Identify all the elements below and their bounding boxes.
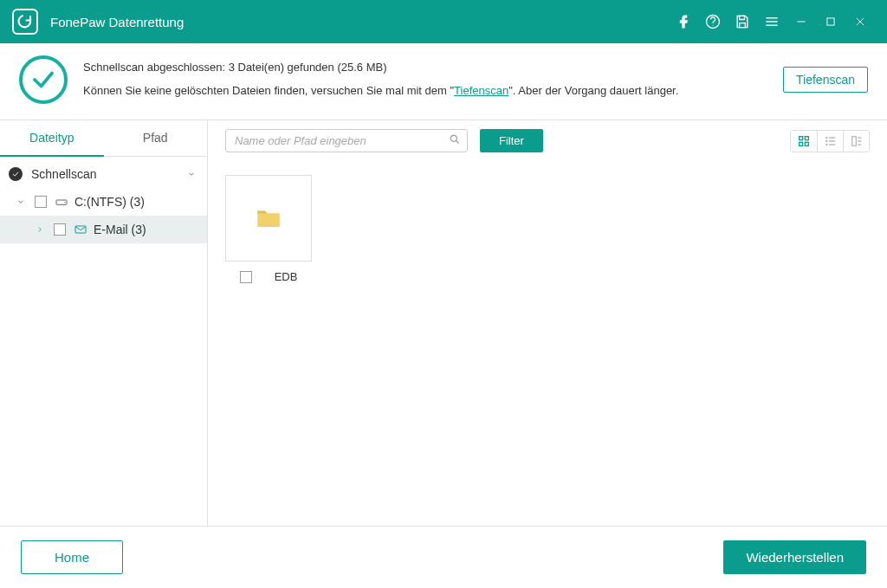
sidebar: Dateityp Pfad Schnellscan C:(NTFS) (3) — [0, 120, 208, 526]
tab-path[interactable]: Pfad — [104, 120, 208, 156]
results-grid: EDB — [208, 161, 887, 526]
filter-button[interactable]: Filter — [480, 129, 543, 152]
tree-drive-label: C:(NTFS) (3) — [74, 195, 145, 209]
help-icon[interactable] — [698, 7, 728, 36]
svg-rect-17 — [805, 142, 808, 145]
checkbox[interactable] — [35, 196, 47, 208]
svg-point-18 — [825, 137, 826, 138]
chevron-down-icon — [14, 197, 28, 206]
facebook-icon[interactable] — [669, 7, 698, 36]
tab-filetype[interactable]: Dateityp — [0, 120, 104, 157]
deepscan-link[interactable]: Tiefenscan — [454, 84, 508, 97]
app-logo — [12, 9, 38, 35]
minimize-button[interactable] — [787, 7, 816, 36]
grid-item[interactable]: EDB — [225, 175, 312, 283]
svg-rect-6 — [827, 18, 834, 25]
status-bar: Schnellscan abgeschlossen: 3 Datei(en) g… — [0, 43, 887, 120]
success-check-icon — [19, 55, 68, 104]
deepscan-button[interactable]: Tiefenscan — [783, 67, 868, 93]
view-detail-button[interactable] — [843, 131, 869, 152]
maximize-button[interactable] — [816, 7, 845, 36]
search-icon — [449, 133, 461, 149]
item-label: EDB — [275, 270, 298, 283]
svg-rect-15 — [805, 136, 808, 139]
svg-point-1 — [713, 25, 714, 26]
search-wrap — [225, 129, 468, 152]
drive-icon — [54, 195, 69, 209]
footer: Home Wiederherstellen — [0, 526, 887, 588]
svg-rect-11 — [75, 226, 86, 233]
tree: Schnellscan C:(NTFS) (3) — [0, 157, 207, 243]
email-icon — [73, 223, 88, 236]
close-button[interactable] — [845, 7, 875, 36]
status-line2: Können Sie keine gelöschten Dateien find… — [83, 81, 783, 102]
content-area: Filter — [208, 120, 887, 526]
status-line1: Schnellscan abgeschlossen: 3 Datei(en) g… — [83, 57, 783, 79]
search-input[interactable] — [225, 129, 468, 152]
tree-email[interactable]: E-Mail (3) — [0, 216, 207, 243]
recover-button[interactable]: Wiederherstellen — [723, 540, 866, 574]
tree-drive-c[interactable]: C:(NTFS) (3) — [0, 188, 207, 216]
checkbox[interactable] — [54, 223, 66, 236]
titlebar: FonePaw Datenrettung — [0, 0, 887, 43]
view-list-button[interactable] — [817, 131, 843, 152]
app-title: FonePaw Datenrettung — [50, 15, 184, 29]
folder-thumbnail — [225, 175, 312, 262]
item-checkbox[interactable] — [240, 271, 252, 283]
sidebar-tabs: Dateityp Pfad — [0, 120, 207, 157]
content-toolbar: Filter — [208, 120, 887, 161]
svg-point-12 — [450, 135, 456, 141]
view-grid-button[interactable] — [791, 131, 817, 152]
chevron-down-icon — [185, 170, 198, 178]
chevron-right-icon — [33, 225, 47, 234]
check-dot-icon — [9, 167, 23, 181]
svg-point-22 — [825, 144, 826, 145]
svg-rect-14 — [800, 136, 803, 139]
tree-root-quickscan[interactable]: Schnellscan — [0, 160, 207, 188]
home-button[interactable]: Home — [21, 540, 123, 574]
svg-line-13 — [456, 140, 459, 143]
svg-point-20 — [825, 140, 826, 141]
svg-rect-24 — [851, 136, 856, 145]
save-icon[interactable] — [728, 7, 757, 36]
tree-root-label: Schnellscan — [31, 167, 185, 181]
main-area: Dateityp Pfad Schnellscan C:(NTFS) (3) — [0, 120, 887, 526]
status-text: Schnellscan abgeschlossen: 3 Datei(en) g… — [83, 57, 783, 101]
app-window: FonePaw Datenrettung Schnellscan abges — [0, 0, 887, 588]
svg-rect-16 — [800, 142, 803, 145]
menu-icon[interactable] — [757, 7, 787, 36]
tree-email-label: E-Mail (3) — [94, 223, 146, 236]
svg-point-10 — [64, 202, 65, 203]
view-toggle — [790, 130, 870, 152]
